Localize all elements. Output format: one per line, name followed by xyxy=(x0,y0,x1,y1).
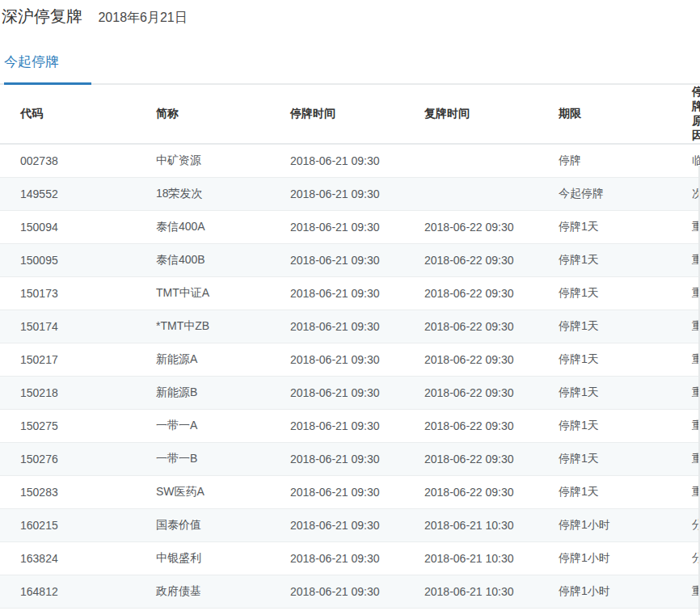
cell-resume_time: 2018-06-22 09:30 xyxy=(404,377,538,410)
table-row: 150283SW医药A2018-06-21 09:302018-06-22 09… xyxy=(0,476,700,509)
cell-reason: 重大事项 xyxy=(672,211,700,244)
cell-duration: 停牌1天 xyxy=(538,211,672,244)
cell-name: 泰信400B xyxy=(136,244,270,277)
cell-duration: 停牌1天 xyxy=(538,443,672,476)
cell-duration: 停牌1天 xyxy=(538,277,672,310)
cell-code: 150094 xyxy=(0,211,136,244)
cell-name: *TMT中ZB xyxy=(136,310,270,343)
cell-resume_time: 2018-06-22 09:30 xyxy=(404,476,538,509)
table-row: 150094泰信400A2018-06-21 09:302018-06-22 0… xyxy=(0,211,700,244)
cell-suspend_time: 2018-06-21 09:30 xyxy=(270,443,404,476)
tab-bar: 今起停牌 xyxy=(0,53,700,85)
cell-name: 一带一B xyxy=(136,443,270,476)
cell-code: 150095 xyxy=(0,244,136,277)
cell-code: 150283 xyxy=(0,476,136,509)
cell-suspend_time: 2018-06-21 09:30 xyxy=(270,542,404,575)
cell-resume_time: 2018-06-22 09:30 xyxy=(404,343,538,377)
cell-reason: 重大事项 xyxy=(672,310,700,343)
cell-name: 中银盛利 xyxy=(136,542,270,575)
cell-reason: 重大事项 xyxy=(672,575,700,609)
col-header-name: 简称 xyxy=(136,85,270,144)
cell-duration: 停牌1小时 xyxy=(538,542,672,575)
cell-suspend_time: 2018-06-21 09:30 xyxy=(270,244,404,277)
cell-code: 160215 xyxy=(0,509,136,542)
cell-resume_time xyxy=(404,178,538,211)
cell-duration: 停牌1天 xyxy=(538,377,672,410)
cell-reason: 重大事项 xyxy=(672,343,700,377)
table-body: 002738中矿资源2018-06-21 09:30停牌临时停牌14955218… xyxy=(0,144,700,615)
cell-name: SW医药A xyxy=(136,476,270,509)
cell-code: 300383 xyxy=(0,609,136,615)
cell-suspend_time: 2018-06-21 09:30 xyxy=(270,343,404,377)
cell-resume_time: 2018-06-21 10:30 xyxy=(404,509,538,542)
cell-duration: 停牌1天 xyxy=(538,244,672,277)
table-row: 002738中矿资源2018-06-21 09:30停牌临时停牌 xyxy=(0,144,700,178)
cell-resume_time: 2018-06-22 09:30 xyxy=(404,211,538,244)
table-row: 14955218荣发次2018-06-21 09:30今起停牌次级不转让 xyxy=(0,178,700,211)
cell-reason: 分红公告 xyxy=(672,542,700,575)
cell-reason: 重大事项 xyxy=(672,277,700,310)
table-head-row: 代码简称停牌时间复牌时间期限停牌原因 xyxy=(0,85,700,144)
cell-code: 150275 xyxy=(0,410,136,443)
cell-resume_time xyxy=(404,609,538,615)
cell-resume_time: 2018-06-22 09:30 xyxy=(404,410,538,443)
col-header-resume_time: 复牌时间 xyxy=(404,85,538,144)
table-row: 160215国泰价值2018-06-21 09:302018-06-21 10:… xyxy=(0,509,700,542)
cell-suspend_time: 2018-06-21 09:30 xyxy=(270,377,404,410)
cell-code: 163824 xyxy=(0,542,136,575)
suspend-resume-table-wrap: 代码简称停牌时间复牌时间期限停牌原因 002738中矿资源2018-06-21 … xyxy=(0,85,700,615)
cell-reason: 重大事项 xyxy=(672,476,700,509)
cell-code: 150174 xyxy=(0,310,136,343)
cell-name: 国泰价值 xyxy=(136,509,270,542)
cell-name: 新能源B xyxy=(136,377,270,410)
cell-reason: 分红公告 xyxy=(672,509,700,542)
cell-name: 泰信400A xyxy=(136,211,270,244)
cell-reason: 重大事项 xyxy=(672,443,700,476)
cell-duration: 停牌1天 xyxy=(538,310,672,343)
table-row: 150173TMT中证A2018-06-21 09:302018-06-22 0… xyxy=(0,277,700,310)
cell-name: 政府债基 xyxy=(136,575,270,609)
tab-today-suspend[interactable]: 今起停牌 xyxy=(4,53,91,85)
suspend-resume-table: 代码简称停牌时间复牌时间期限停牌原因 002738中矿资源2018-06-21 … xyxy=(0,85,700,615)
cell-name: 18荣发次 xyxy=(136,178,270,211)
cell-code: 150173 xyxy=(0,277,136,310)
cell-suspend_time: 2018-06-21 09:30 xyxy=(270,178,404,211)
cell-suspend_time: 2018-06-21 09:30 xyxy=(270,609,404,615)
table-row: 150276一带一B2018-06-21 09:302018-06-22 09:… xyxy=(0,443,700,476)
cell-code: 164812 xyxy=(0,575,136,609)
table-row: 163824中银盛利2018-06-21 09:302018-06-21 10:… xyxy=(0,542,700,575)
cell-suspend_time: 2018-06-21 09:30 xyxy=(270,476,404,509)
cell-duration: 停牌1天 xyxy=(538,476,672,509)
table-row: 150275一带一A2018-06-21 09:302018-06-22 09:… xyxy=(0,410,700,443)
cell-reason: 重大事项 xyxy=(672,377,700,410)
col-header-suspend_time: 停牌时间 xyxy=(270,85,404,144)
cell-name: 一带一A xyxy=(136,410,270,443)
cell-code: 002738 xyxy=(0,144,136,178)
cell-resume_time: 2018-06-21 10:30 xyxy=(404,542,538,575)
cell-suspend_time: 2018-06-21 09:30 xyxy=(270,575,404,609)
cell-resume_time: 2018-06-22 09:30 xyxy=(404,244,538,277)
cell-reason: 次级不转让 xyxy=(672,178,700,211)
table-row: 300383光环新网2018-06-21 09:30停牌临时停牌 xyxy=(0,609,700,615)
cell-reason: 重大事项 xyxy=(672,410,700,443)
cell-code: 150218 xyxy=(0,377,136,410)
cell-duration: 停牌1天 xyxy=(538,410,672,443)
cell-reason: 临时停牌 xyxy=(672,609,700,615)
cell-resume_time: 2018-06-22 09:30 xyxy=(404,310,538,343)
col-header-reason: 停牌原因 xyxy=(672,85,700,144)
page-date: 2018年6月21日 xyxy=(98,11,187,24)
col-header-duration: 期限 xyxy=(538,85,672,144)
col-header-code: 代码 xyxy=(0,85,136,144)
cell-code: 150217 xyxy=(0,343,136,377)
cell-resume_time xyxy=(404,144,538,178)
cell-name: 光环新网 xyxy=(136,609,270,615)
cell-name: 新能源A xyxy=(136,343,270,377)
cell-resume_time: 2018-06-21 10:30 xyxy=(404,575,538,609)
page-title: 深沪停复牌 xyxy=(2,7,82,25)
cell-suspend_time: 2018-06-21 09:30 xyxy=(270,211,404,244)
cell-duration: 今起停牌 xyxy=(538,178,672,211)
page-header: 深沪停复牌 2018年6月21日 xyxy=(0,0,700,27)
cell-name: TMT中证A xyxy=(136,277,270,310)
table-row: 164812政府债基2018-06-21 09:302018-06-21 10:… xyxy=(0,575,700,609)
cell-reason: 重大事项 xyxy=(672,244,700,277)
